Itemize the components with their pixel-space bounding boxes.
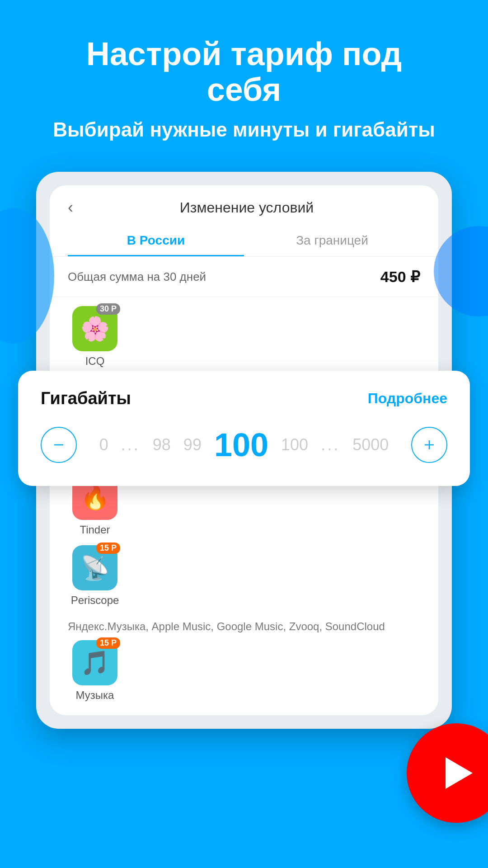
gb-more-button[interactable]: Подробнее — [368, 390, 447, 407]
num-99: 99 — [183, 435, 202, 454]
icq-app-item: 🌸 30 Р ICQ — [68, 306, 122, 368]
gb-title: Гигабайты — [41, 389, 131, 408]
num-100-right: 100 — [281, 435, 308, 454]
dots-left: ... — [121, 435, 140, 454]
price-value: 450 ₽ — [380, 268, 420, 286]
icq-section: 🌸 30 Р ICQ — [50, 297, 438, 377]
tab-abroad[interactable]: За границей — [244, 226, 420, 256]
dots-right: ... — [321, 435, 340, 454]
slider-numbers: 0 ... 98 99 100 100 ... 5000 — [77, 426, 411, 463]
num-5000: 5000 — [352, 435, 389, 454]
periscope-label: Periscope — [71, 594, 119, 607]
back-button[interactable]: ‹ — [68, 198, 73, 217]
youtube-float-icon[interactable] — [407, 723, 488, 823]
periscope-icon-wrapper: 📡 15 Р — [72, 545, 117, 590]
music-apps-row: 🎵 15 Р Музыка — [68, 640, 420, 702]
increase-button[interactable] — [411, 427, 447, 463]
slider-row: 0 ... 98 99 100 100 ... 5000 — [41, 426, 447, 463]
nav-title: Изменение условий — [73, 199, 420, 216]
icq-icon-wrapper: 🌸 30 Р — [72, 306, 117, 351]
price-label: Общая сумма на 30 дней — [68, 270, 206, 284]
header-subtitle: Выбирай нужные минуты и гигабайты — [36, 117, 452, 142]
music-services-label: Яндекс.Музыка, Apple Music, Google Music… — [68, 620, 420, 633]
periscope-row: 📡 15 Р Periscope — [68, 545, 420, 607]
icq-badge: 30 Р — [96, 303, 120, 315]
tinder-label: Tinder — [80, 524, 110, 536]
header: Настрой тариф под себя Выбирай нужные ми… — [0, 0, 488, 161]
nav-bar: ‹ Изменение условий — [50, 185, 438, 217]
tab-russia[interactable]: В России — [68, 226, 244, 256]
icq-label: ICQ — [85, 355, 105, 368]
num-98: 98 — [153, 435, 171, 454]
tabs-container: В России За границей — [50, 217, 438, 257]
periscope-app-item: 📡 15 Р Periscope — [68, 545, 122, 607]
music-badge: 15 Р — [96, 637, 120, 649]
youtube-play-icon — [446, 757, 473, 789]
music-section: Яндекс.Музыка, Apple Music, Google Music… — [50, 616, 438, 715]
header-title: Настрой тариф под себя — [36, 36, 452, 108]
decrease-button[interactable] — [41, 427, 77, 463]
price-row: Общая сумма на 30 дней 450 ₽ — [50, 257, 438, 297]
gb-card: Гигабайты Подробнее 0 ... 98 99 100 100 … — [18, 371, 470, 486]
num-100-active: 100 — [214, 426, 268, 463]
music-label: Музыка — [76, 689, 114, 702]
music-icon-wrapper: 🎵 15 Р — [72, 640, 117, 685]
music-app-item: 🎵 15 Р Музыка — [68, 640, 122, 702]
gb-card-header: Гигабайты Подробнее — [41, 389, 447, 408]
periscope-badge: 15 Р — [96, 542, 120, 554]
num-0: 0 — [99, 435, 108, 454]
